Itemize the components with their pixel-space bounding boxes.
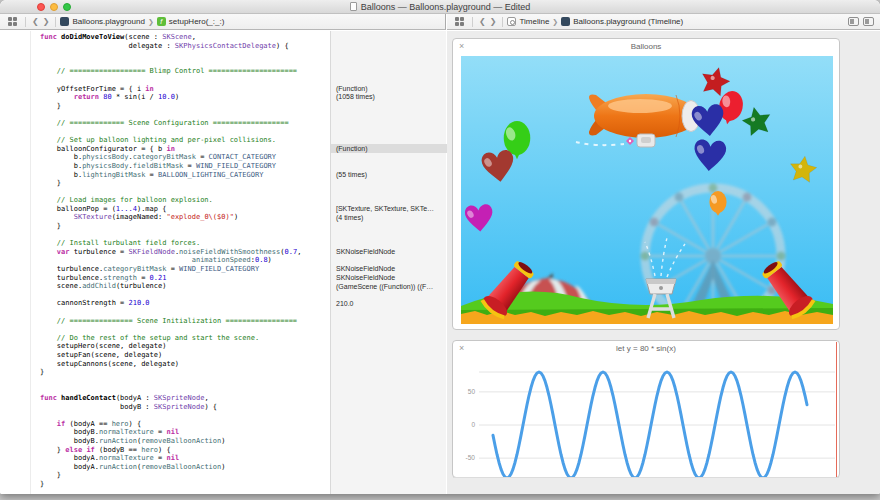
document-icon: [350, 2, 357, 11]
code-line[interactable]: }: [40, 222, 301, 231]
code-line[interactable]: func doDidMoveToView(scene : SKScene,: [40, 33, 301, 42]
code-line[interactable]: setupFan(scene, delegate): [40, 351, 301, 360]
related-items-icon[interactable]: [8, 17, 17, 26]
code-line[interactable]: // Do the rest of the setup and start th…: [40, 334, 301, 343]
code-line[interactable]: // Set up balloon lighting and per-pixel…: [40, 136, 301, 145]
code-line[interactable]: [40, 110, 301, 119]
code-line[interactable]: [40, 411, 301, 420]
code-line[interactable]: [40, 377, 301, 386]
chart-title: let y = 80 * sin(x): [453, 344, 839, 353]
code-line[interactable]: bodyB.normalTexture = nil: [40, 428, 301, 437]
result-value[interactable]: (1058 times): [331, 92, 447, 101]
breadcrumb-symbol[interactable]: setupHero(_:_:): [169, 17, 225, 26]
assistant-jump-bar: ❮ ❯ Timeline ❯ Balloons.playground (Time…: [447, 14, 880, 30]
breadcrumb-timeline-file[interactable]: Balloons.playground (Timeline): [573, 17, 683, 26]
code-line[interactable]: // Load images for balloon explosion.: [40, 196, 301, 205]
code-line[interactable]: setupCannons(scene, delegate): [40, 360, 301, 369]
y-axis-label: 0: [471, 421, 475, 428]
result-value[interactable]: (55 times): [331, 170, 447, 179]
code-line[interactable]: [40, 188, 301, 197]
code-line[interactable]: balloonPop = (1...4).map {: [40, 205, 301, 214]
code-line[interactable]: SKTexture(imageNamed: "explode_0\($0)"): [40, 213, 301, 222]
back-button[interactable]: ❮: [30, 17, 41, 26]
code-line[interactable]: // =============== Scene Initialization …: [40, 317, 301, 326]
code-line[interactable]: balloonConfigurator = { b in: [40, 145, 301, 154]
live-view-header: × Balloons: [453, 39, 839, 55]
code-line[interactable]: b.lightingBitMask = BALLOON_LIGHTING_CAT…: [40, 171, 301, 180]
live-view-title: Balloons: [453, 42, 839, 51]
code-line[interactable]: [40, 325, 301, 334]
code-line[interactable]: // ============= Scene Configuration ===…: [40, 119, 301, 128]
code-line[interactable]: if (bodyA == hero) {: [40, 420, 301, 429]
code-line[interactable]: }: [40, 480, 301, 489]
playground-results-sidebar: (Function)(1058 times)(Function)(55 time…: [330, 31, 446, 494]
breadcrumb-timeline[interactable]: Timeline: [519, 17, 549, 26]
code-line[interactable]: func handleContact(bodyA : SKSpriteNode,: [40, 394, 301, 403]
code-line[interactable]: bodyA.runAction(removeBalloonAction): [40, 463, 301, 472]
window-title: Balloons — Balloons.playground — Edited: [0, 2, 880, 12]
code-line[interactable]: // Install turbulant field forces.: [40, 239, 301, 248]
xcode-window: Balloons — Balloons.playground — Edited …: [0, 0, 880, 494]
code-editor-text[interactable]: func doDidMoveToView(scene : SKScene, de…: [40, 33, 301, 488]
result-value[interactable]: (GameScene ((Function)) ((F…: [331, 282, 447, 291]
breadcrumb-file[interactable]: Balloons.playground: [72, 17, 145, 26]
standard-editor-button[interactable]: [848, 17, 859, 26]
timeline-icon: [507, 17, 516, 26]
result-value[interactable]: (Function): [331, 144, 447, 153]
code-line[interactable]: [40, 50, 301, 59]
code-line[interactable]: }: [40, 102, 301, 111]
forward-button[interactable]: ❯: [41, 17, 52, 26]
result-value[interactable]: (4 times): [331, 213, 447, 222]
chart-card: × let y = 80 * sin(x) 500-50: [452, 340, 840, 478]
sine-wave-chart: 500-50: [453, 357, 839, 478]
breadcrumb-separator: ❯: [552, 18, 558, 26]
code-line[interactable]: turbulence.categoryBitMask = WIND_FIELD_…: [40, 265, 301, 274]
result-value[interactable]: SKNoiseFieldNode: [331, 247, 447, 256]
back-button[interactable]: ❮: [477, 17, 488, 26]
live-view-card: × Balloons: [452, 38, 840, 330]
code-line[interactable]: [40, 128, 301, 137]
related-items-icon[interactable]: [455, 17, 464, 26]
code-line[interactable]: b.physicsBody.fieldBitMask = WIND_FIELD_…: [40, 162, 301, 171]
code-line[interactable]: } else if (bodyB == hero) {: [40, 446, 301, 455]
code-line[interactable]: }: [40, 471, 301, 480]
code-line[interactable]: yOffsetForTime = { i in: [40, 85, 301, 94]
code-line[interactable]: [40, 231, 301, 240]
code-line[interactable]: setupHero(scene, delegate): [40, 342, 301, 351]
code-line[interactable]: cannonStrength = 210.0: [40, 299, 301, 308]
assistant-editor-button[interactable]: [863, 17, 874, 26]
chart-header: × let y = 80 * sin(x): [453, 341, 839, 357]
code-line[interactable]: scene.addChild(turbulence): [40, 282, 301, 291]
code-line[interactable]: [40, 385, 301, 394]
result-value[interactable]: 210.0: [331, 299, 447, 308]
code-line[interactable]: }: [40, 368, 301, 377]
code-line[interactable]: b.physicsBody.categoryBitMask = CONTACT_…: [40, 153, 301, 162]
breadcrumb-separator: ❯: [148, 18, 154, 26]
code-line[interactable]: turbulence.strength = 0.21: [40, 274, 301, 283]
code-line[interactable]: bodyB.runAction(removeBalloonAction): [40, 437, 301, 446]
code-line[interactable]: [40, 308, 301, 317]
playground-file-icon: [60, 17, 69, 26]
code-line[interactable]: bodyA.normalTexture = nil: [40, 454, 301, 463]
y-axis-label: 50: [468, 388, 476, 395]
editor-jump-bar: ❮ ❯ Balloons.playground ❯ f setupHero(_:…: [0, 14, 446, 30]
code-line[interactable]: }: [40, 179, 301, 188]
code-line[interactable]: // ================== Blimp Control ====…: [40, 67, 301, 76]
timeline-cursor[interactable]: [836, 342, 838, 477]
gutter-divider: [30, 31, 31, 494]
code-line[interactable]: var turbulence = SKFieldNode.noiseFieldW…: [40, 248, 301, 257]
code-line[interactable]: delegate : SKPhysicsContactDelegate) {: [40, 42, 301, 51]
code-line[interactable]: [40, 291, 301, 300]
code-line[interactable]: return 80 * sin(i / 10.0): [40, 93, 301, 102]
game-scene[interactable]: [461, 56, 833, 324]
code-line[interactable]: animationSpeed:0.8): [40, 256, 301, 265]
code-line[interactable]: [40, 76, 301, 85]
function-icon: f: [157, 17, 166, 26]
code-line[interactable]: [40, 59, 301, 68]
code-line[interactable]: bodyB : SKSpriteNode) {: [40, 403, 301, 412]
timeline-file-icon: [561, 17, 570, 26]
title-bar: Balloons — Balloons.playground — Edited: [0, 0, 880, 14]
timeline-assistant-pane: × Balloons: [447, 31, 880, 494]
source-editor[interactable]: func doDidMoveToView(scene : SKScene, de…: [0, 31, 446, 494]
forward-button[interactable]: ❯: [488, 17, 499, 26]
